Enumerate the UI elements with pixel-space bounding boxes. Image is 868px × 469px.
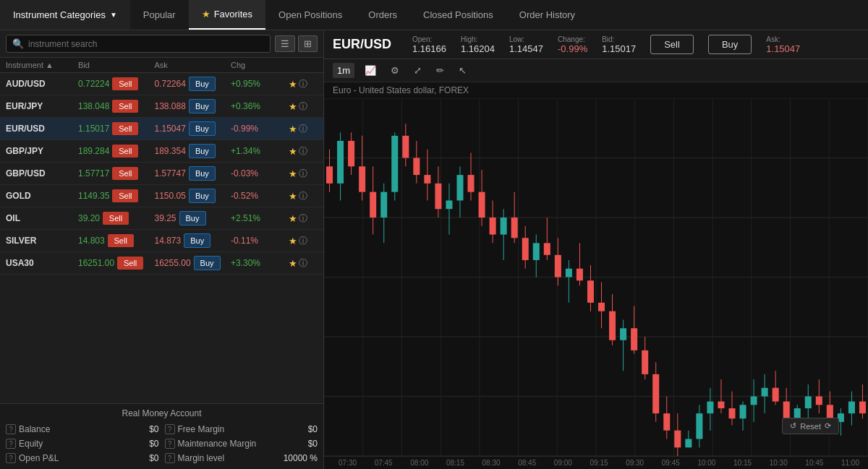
ask-col: 14.873 Buy xyxy=(155,233,231,248)
chart-sell-button[interactable]: Sell xyxy=(650,35,694,54)
info-button[interactable]: ⓘ xyxy=(299,78,307,90)
free-margin-value: $0 xyxy=(308,424,318,434)
nav-order-history[interactable]: Order History xyxy=(506,0,588,30)
nav-categories[interactable]: Instrument Categories ▼ xyxy=(0,0,130,30)
buy-button[interactable]: Buy xyxy=(179,211,206,225)
low-price-group: Low: 1.14547 xyxy=(509,35,543,54)
chart-settings-button[interactable]: ⚙ xyxy=(386,63,404,78)
favorite-button[interactable]: ★ xyxy=(289,191,297,202)
instrument-row[interactable]: OIL 39.20 Sell 39.25 Buy +2.51% ★ ⓘ xyxy=(0,207,323,230)
chart-crosshair-button[interactable]: ⤢ xyxy=(409,63,426,78)
nav-favorites[interactable]: ★ Favorites xyxy=(189,0,265,30)
sell-button[interactable]: Sell xyxy=(112,77,138,90)
col-instrument-header[interactable]: Instrument ▲ xyxy=(6,61,78,69)
chart-draw-button[interactable]: ✏ xyxy=(432,63,448,78)
popular-label: Popular xyxy=(143,9,176,20)
sell-button[interactable]: Sell xyxy=(117,257,143,270)
chart-area[interactable]: ↺ Reset ⟳ xyxy=(324,98,868,456)
info-button[interactable]: ⓘ xyxy=(299,190,307,202)
info-button[interactable]: ⓘ xyxy=(299,235,307,247)
buy-button[interactable]: Buy xyxy=(189,166,216,181)
search-input[interactable] xyxy=(28,39,264,49)
bid-col: 1149.35 Sell xyxy=(78,189,155,202)
favorite-button[interactable]: ★ xyxy=(289,213,297,224)
favorite-button[interactable]: ★ xyxy=(289,79,297,90)
timeframe-1m-button[interactable]: 1m xyxy=(333,63,354,78)
open-pnl-help-button[interactable]: ? xyxy=(6,453,16,463)
chart-type-line-button[interactable]: 📈 xyxy=(360,63,380,78)
margin-level-help-button[interactable]: ? xyxy=(165,453,175,463)
row-actions: ★ ⓘ xyxy=(289,235,318,247)
chart-cursor-button[interactable]: ↖ xyxy=(454,63,471,78)
buy-button[interactable]: Buy xyxy=(189,121,216,136)
order-history-label: Order History xyxy=(519,9,575,20)
categories-arrow-icon: ▼ xyxy=(110,11,117,19)
free-margin-help-button[interactable]: ? xyxy=(165,424,175,434)
row-actions: ★ ⓘ xyxy=(289,78,318,90)
instrument-row[interactable]: SILVER 14.803 Sell 14.873 Buy -0.11% ★ ⓘ xyxy=(0,230,323,252)
buy-button[interactable]: Buy xyxy=(194,256,221,270)
sell-button[interactable]: Sell xyxy=(112,100,138,113)
instrument-name: GOLD xyxy=(6,191,78,201)
ask-value: 138.088 xyxy=(155,101,186,111)
right-panel: EUR/USD Open: 1.16166 High: 1.16204 Low:… xyxy=(324,30,868,469)
favorite-button[interactable]: ★ xyxy=(289,124,297,134)
instrument-row[interactable]: USA30 16251.00 Sell 16255.00 Buy +3.30% … xyxy=(0,252,323,275)
svg-rect-83 xyxy=(652,374,659,413)
instrument-row[interactable]: AUD/USD 0.72224 Sell 0.72264 Buy +0.95% … xyxy=(0,73,323,95)
favorite-button[interactable]: ★ xyxy=(289,258,297,269)
nav-orders[interactable]: Orders xyxy=(355,0,410,30)
favorite-button[interactable]: ★ xyxy=(289,101,297,112)
sell-button[interactable]: Sell xyxy=(112,145,138,158)
balance-help-button[interactable]: ? xyxy=(6,424,16,434)
orders-label: Orders xyxy=(368,9,397,20)
sell-button[interactable]: Sell xyxy=(108,234,134,247)
equity-help-button[interactable]: ? xyxy=(6,439,16,449)
sell-button[interactable]: Sell xyxy=(112,167,138,180)
instrument-name: GBP/JPY xyxy=(6,146,78,156)
info-button[interactable]: ⓘ xyxy=(299,257,307,270)
buy-button[interactable]: Buy xyxy=(189,189,216,203)
instrument-row[interactable]: GBP/JPY 189.284 Sell 189.354 Buy +1.34% … xyxy=(0,140,323,163)
list-view-button[interactable]: ☰ xyxy=(275,35,295,52)
favorite-button[interactable]: ★ xyxy=(289,168,297,179)
buy-button[interactable]: Buy xyxy=(189,77,216,91)
grid-view-button[interactable]: ⊞ xyxy=(298,35,318,52)
svg-rect-87 xyxy=(674,431,681,448)
maintenance-margin-label: Maintenance Margin xyxy=(178,439,305,449)
nav-closed-positions[interactable]: Closed Positions xyxy=(410,0,506,30)
buy-button[interactable]: Buy xyxy=(189,99,216,113)
svg-rect-107 xyxy=(783,402,790,419)
sell-button[interactable]: Sell xyxy=(103,212,129,225)
search-input-wrap[interactable]: 🔍 xyxy=(6,35,271,53)
ask-value: 39.25 xyxy=(155,213,176,223)
info-button[interactable]: ⓘ xyxy=(299,168,307,180)
info-button[interactable]: ⓘ xyxy=(299,212,307,225)
favorite-button[interactable]: ★ xyxy=(289,236,297,246)
instrument-row[interactable]: EUR/USD 1.15017 Sell 1.15047 Buy -0.99% … xyxy=(0,118,323,140)
sell-button[interactable]: Sell xyxy=(112,122,138,135)
info-button[interactable]: ⓘ xyxy=(299,123,307,135)
instrument-row[interactable]: EUR/JPY 138.048 Sell 138.088 Buy +0.36% … xyxy=(0,95,323,118)
svg-rect-93 xyxy=(707,402,713,414)
bid-col-label: Bid xyxy=(78,61,155,69)
xaxis-label: 08:30 xyxy=(482,459,501,467)
instrument-row[interactable]: GOLD 1149.35 Sell 1150.05 Buy -0.52% ★ ⓘ xyxy=(0,185,323,207)
chart-reset-button[interactable]: ↺ Reset ⟳ xyxy=(782,418,839,434)
chart-buy-button[interactable]: Buy xyxy=(708,35,752,54)
info-button[interactable]: ⓘ xyxy=(299,100,307,113)
nav-popular[interactable]: Popular xyxy=(130,0,189,30)
buy-button[interactable]: Buy xyxy=(189,144,216,158)
sell-button[interactable]: Sell xyxy=(112,189,138,202)
nav-open-positions[interactable]: Open Positions xyxy=(265,0,355,30)
svg-rect-43 xyxy=(435,184,441,209)
chg-col: +0.95% xyxy=(231,79,289,89)
svg-rect-97 xyxy=(728,408,735,418)
buy-button[interactable]: Buy xyxy=(184,233,210,248)
sort-icon: ▲ xyxy=(46,61,54,69)
favorite-button[interactable]: ★ xyxy=(289,146,297,157)
info-button[interactable]: ⓘ xyxy=(299,145,307,158)
maintenance-margin-help-button[interactable]: ? xyxy=(165,439,175,449)
chg-value: -0.99% xyxy=(231,124,258,134)
instrument-row[interactable]: GBP/USD 1.57717 Sell 1.57747 Buy -0.03% … xyxy=(0,163,323,185)
